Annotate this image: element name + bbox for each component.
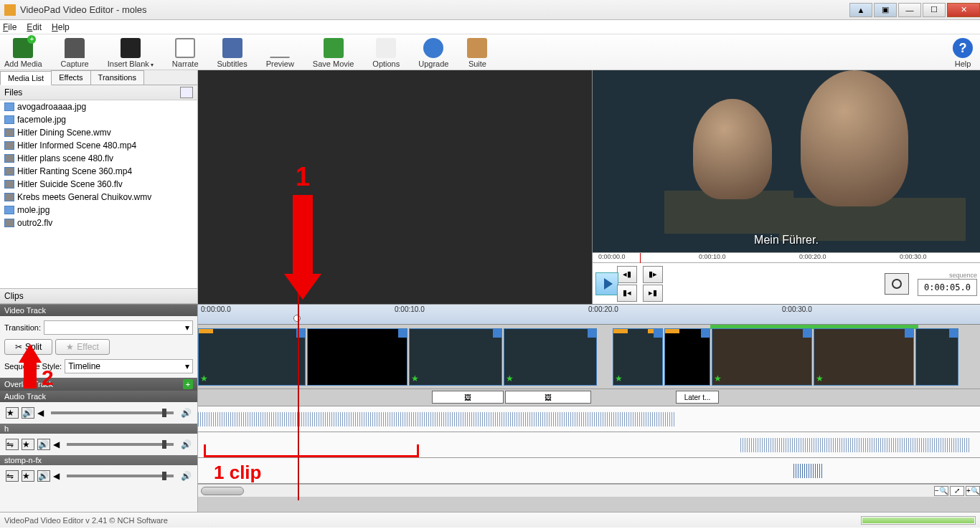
audio-label: Audio Track (4, 392, 46, 401)
timeline-clip[interactable]: ★ (814, 328, 914, 386)
file-item[interactable]: Hitler Dining Scene.wmv (0, 126, 197, 139)
zoom-fit-button[interactable]: ⤢ (950, 486, 964, 496)
audio-mute-button[interactable]: 🔊 (22, 407, 34, 419)
clip-menu-icon[interactable] (398, 329, 407, 338)
options-button[interactable]: Options (372, 38, 400, 68)
timeline-clip[interactable] (307, 328, 407, 386)
timeline-clip[interactable]: ★ (409, 328, 502, 386)
goto-end-button[interactable]: ▸▮ (643, 285, 663, 302)
menu-edit[interactable]: Edit (27, 22, 42, 32)
zoom-in-button[interactable]: +🔍 (966, 486, 980, 496)
suite-icon (467, 38, 487, 58)
files-view-toggle[interactable] (180, 87, 193, 98)
close-button[interactable]: ✕ (947, 3, 980, 17)
narrate-icon (175, 38, 195, 58)
audio-mute-button[interactable]: 🔊 (37, 470, 50, 482)
audio-star-button[interactable]: ★ (6, 407, 19, 419)
overlay-clip[interactable]: Later t... (676, 391, 719, 404)
clip-menu-icon[interactable] (949, 329, 958, 338)
narrate-button[interactable]: Narrate (172, 38, 199, 68)
audio-link-button[interactable]: ⇋ (6, 470, 19, 482)
menu-help[interactable]: Help (52, 22, 70, 32)
add-overlay-button[interactable]: + (183, 379, 193, 389)
file-item[interactable]: mole.jpg (0, 204, 197, 216)
timeline-clip[interactable] (915, 328, 958, 386)
file-item[interactable]: Hitler Informed Scene 480.mp4 (0, 139, 197, 152)
overlay-clip[interactable]: 🖼 (432, 391, 504, 404)
help-button[interactable]: ?Help (953, 38, 973, 68)
file-item[interactable]: avogadroaaaa.jpg (0, 100, 197, 113)
audio-volume-slider[interactable] (67, 475, 174, 477)
file-item[interactable]: outro2.flv (0, 216, 197, 229)
prev-frame-button[interactable]: ◂▮ (617, 266, 637, 283)
timeline-scrollbar[interactable]: −🔍 ⤢ +🔍 (198, 484, 980, 497)
audio-track-lane-2[interactable] (198, 458, 980, 484)
file-item[interactable]: facemole.jpg (0, 113, 197, 126)
play-button[interactable] (595, 272, 618, 295)
tab-effects[interactable]: Effects (51, 70, 90, 85)
timeline-clip[interactable]: ★ (613, 328, 663, 386)
file-item[interactable]: Hitler Suicide Scene 360.flv (0, 178, 197, 191)
upgrade-button[interactable]: Upgrade (418, 38, 448, 68)
playhead[interactable] (293, 315, 301, 322)
audio-star-button[interactable]: ★ (22, 439, 34, 450)
overlay-track-lane[interactable]: 🖼 🖼 Later t... (198, 389, 980, 406)
timeline-clip[interactable] (664, 328, 710, 386)
menu-file[interactable]: File (3, 22, 17, 32)
audio-volume-slider[interactable] (51, 411, 174, 414)
transition-select[interactable]: ▾ (44, 320, 193, 335)
add-media-icon (13, 38, 33, 58)
capture-button[interactable]: Capture (61, 38, 89, 68)
audio-subtrack-1-row: ⇋ ★ 🔊 ◀🔊 (0, 434, 197, 455)
maximize-button[interactable]: ☐ (923, 3, 946, 17)
file-name: Krebs meets General Chuikov.wmv (17, 192, 151, 202)
split-button[interactable]: ✂ Split (4, 339, 52, 355)
next-frame-button[interactable]: ▮▸ (643, 266, 663, 283)
clip-menu-icon[interactable] (588, 329, 596, 338)
tab-transitions[interactable]: Transitions (90, 70, 144, 85)
image-icon (4, 115, 14, 124)
goto-start-button[interactable]: ▮◂ (617, 285, 637, 302)
scrollbar-thumb[interactable] (201, 487, 244, 495)
minimize-button[interactable]: — (898, 3, 921, 17)
tab-media-list[interactable]: Media List (0, 71, 52, 85)
overlay-clip[interactable]: 🖼 (505, 391, 591, 404)
blank-label: Insert Blank (108, 59, 149, 68)
timeline-clip[interactable]: ★ (198, 328, 306, 386)
suite-button[interactable]: Suite (467, 38, 487, 68)
video-track-lane[interactable]: ★ ★ ★ ★ ★ ★ (198, 325, 980, 389)
suite-label: Suite (468, 59, 486, 68)
save-movie-button[interactable]: Save Movie (313, 38, 354, 68)
subtitles-button[interactable]: Subtitles (217, 38, 248, 68)
file-item[interactable]: Krebs meets General Chuikov.wmv (0, 191, 197, 204)
zoom-out-button[interactable]: −🔍 (934, 486, 948, 496)
audio-track-lane-master[interactable] (198, 406, 980, 432)
preview-ruler[interactable]: 0:00:00.00:00:10.00:00:20.00:00:30.0 (593, 252, 980, 262)
left-panel: Media List Effects Transitions Files avo… (0, 70, 198, 304)
timeline-ruler[interactable]: 0:00:00.00:00:10.00:00:20.00:00:30.0 (198, 305, 980, 325)
seqstyle-select[interactable]: Timeline▾ (65, 359, 193, 373)
clip-menu-icon[interactable] (701, 329, 710, 338)
clip-menu-icon[interactable] (905, 329, 913, 338)
aux-button-2[interactable]: ▣ (874, 3, 897, 17)
clip-menu-icon[interactable] (493, 329, 501, 338)
preview-button[interactable]: Preview (266, 57, 294, 68)
add-media-button[interactable]: Add Media (4, 38, 42, 68)
clip-menu-icon[interactable] (654, 329, 662, 338)
audio-volume-slider[interactable] (67, 443, 174, 446)
audio-star-button[interactable]: ★ (22, 470, 34, 482)
aux-button-1[interactable]: ▲ (849, 3, 872, 17)
timeline-clip[interactable]: ★ (504, 328, 597, 386)
camera-icon (892, 279, 902, 289)
clip-menu-icon[interactable] (803, 329, 811, 338)
audio-subtrack-2-header: stomp-n-fx (0, 455, 197, 465)
snapshot-button[interactable] (885, 273, 909, 295)
file-list[interactable]: avogadroaaaa.jpgfacemole.jpgHitler Dinin… (0, 100, 197, 288)
effect-button[interactable]: ★ Effect (55, 339, 109, 355)
file-item[interactable]: Hitler plans scene 480.flv (0, 152, 197, 165)
audio-mute-button[interactable]: 🔊 (37, 439, 50, 450)
file-item[interactable]: Hitler Ranting Scene 360.mp4 (0, 165, 197, 178)
insert-blank-button[interactable]: Insert Blank▾ (108, 38, 154, 68)
timeline-clip[interactable]: ★ (712, 328, 812, 386)
audio-link-button[interactable]: ⇋ (6, 439, 19, 450)
